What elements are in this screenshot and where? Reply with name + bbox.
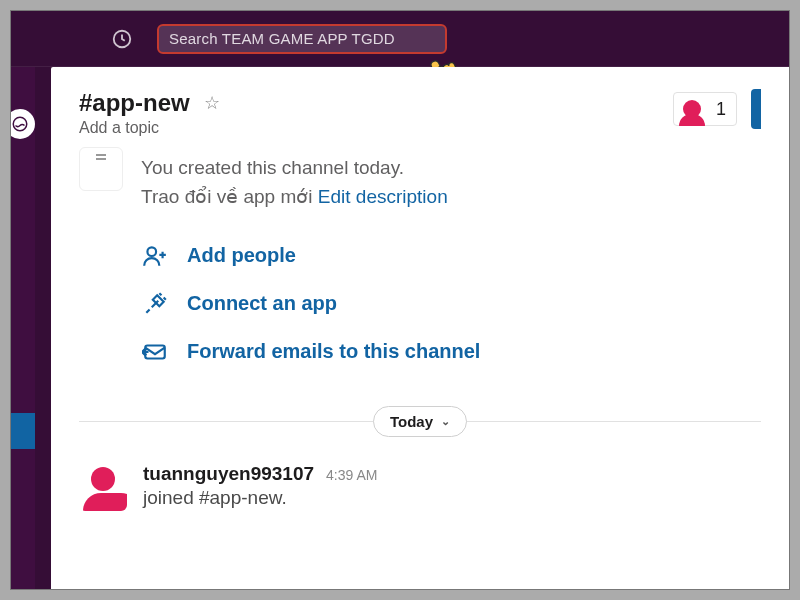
member-count: 1 [716, 99, 726, 120]
date-pill[interactable]: Today ⌄ [373, 406, 467, 437]
forward-email-icon [141, 338, 169, 366]
chevron-down-icon: ⌄ [441, 415, 450, 428]
message-username[interactable]: tuannguyen993107 [143, 463, 314, 485]
search-wrap: Search TEAM GAME APP TGDD [157, 24, 447, 54]
action-label: Connect an app [187, 292, 337, 315]
channel-hash-icon [79, 147, 123, 191]
plug-icon [141, 290, 169, 318]
sidebar [11, 67, 35, 589]
history-icon[interactable] [111, 28, 133, 50]
channel-header-right: 1 [673, 89, 761, 129]
star-icon[interactable]: ☆ [204, 92, 220, 114]
message-item: tuannguyen993107 4:39 AM joined #app-new… [79, 463, 761, 511]
channel-body: You created this channel today. Trao đổi… [51, 143, 789, 511]
channel-actions: Add people Connect an app Forward emails… [141, 242, 761, 366]
date-label: Today [390, 413, 433, 430]
sidebar-active-indicator [11, 413, 35, 449]
search-input[interactable]: Search TEAM GAME APP TGDD [157, 24, 447, 54]
avatar-icon [678, 95, 706, 123]
edit-description-link[interactable]: Edit description [318, 186, 448, 207]
channel-description-line: Trao đổi về app mới Edit description [141, 182, 448, 211]
connect-app-button[interactable]: Connect an app [141, 290, 761, 318]
date-separator: Today ⌄ [79, 406, 761, 437]
workspace-logo[interactable] [10, 109, 35, 139]
main-panel: #app-new ☆ Add a topic 1 You created [51, 67, 789, 589]
description-text: Trao đổi về app mới [141, 186, 318, 207]
user-avatar[interactable] [79, 463, 127, 511]
action-label: Add people [187, 244, 296, 267]
top-bar: Search TEAM GAME APP TGDD [11, 11, 789, 67]
add-topic[interactable]: Add a topic [79, 119, 220, 137]
message-time: 4:39 AM [326, 467, 377, 483]
add-people-button[interactable]: Add people [141, 242, 761, 270]
svg-point-4 [147, 247, 156, 256]
channel-header: #app-new ☆ Add a topic 1 [51, 67, 789, 143]
svg-point-3 [13, 117, 27, 131]
add-people-icon [141, 242, 169, 270]
forward-emails-button[interactable]: Forward emails to this channel [141, 338, 761, 366]
action-label: Forward emails to this channel [187, 340, 480, 363]
created-channel-line: You created this channel today. [141, 153, 448, 182]
details-button-sliver[interactable] [751, 89, 761, 129]
member-count-button[interactable]: 1 [673, 92, 737, 126]
app-window: Search TEAM GAME APP TGDD # [10, 10, 790, 590]
message-text: joined #app-new. [143, 487, 377, 509]
search-placeholder: Search TEAM GAME APP TGDD [169, 30, 395, 47]
channel-title[interactable]: #app-new [79, 89, 190, 117]
